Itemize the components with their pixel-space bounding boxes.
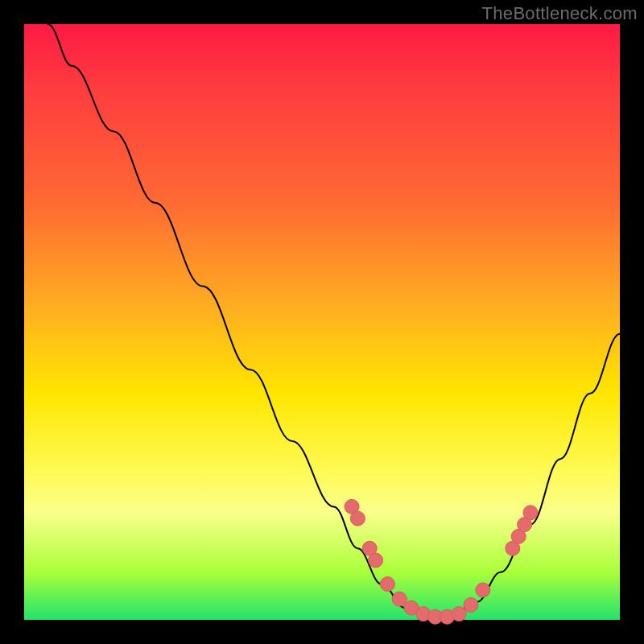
- watermark-text: TheBottleneck.com: [482, 3, 638, 24]
- chart-overlay-svg: [24, 24, 620, 620]
- bottleneck-curve: [48, 24, 620, 617]
- marker-dot: [464, 598, 478, 613]
- marker-dot: [369, 553, 383, 568]
- marker-dot: [392, 592, 407, 606]
- marker-dot: [380, 577, 394, 592]
- marker-dot: [350, 511, 365, 526]
- chart-frame: TheBottleneck.com: [0, 0, 644, 644]
- marker-dot: [452, 607, 466, 621]
- marker-dot: [523, 506, 538, 520]
- marker-dots-group: [345, 499, 538, 624]
- marker-dot: [476, 583, 490, 597]
